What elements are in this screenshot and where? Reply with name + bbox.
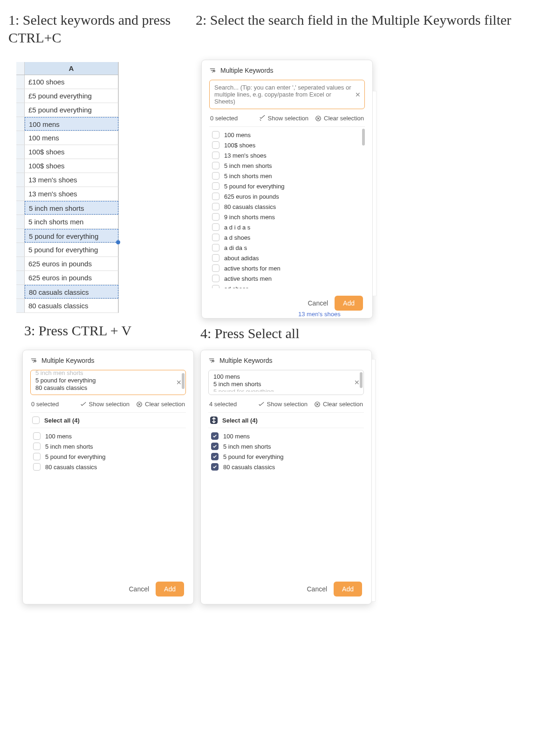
selection-handle[interactable] <box>116 240 120 244</box>
cell[interactable]: 5 inch men shorts <box>25 201 118 215</box>
checkbox[interactable] <box>211 432 219 440</box>
cell[interactable]: 100 mens <box>25 117 118 131</box>
keyword-item[interactable]: 13 men's shoes <box>210 150 364 160</box>
spreadsheet-row[interactable]: 100 mens <box>16 131 118 145</box>
cancel-button[interactable]: Cancel <box>307 585 327 593</box>
keyword-item[interactable]: 100 mens <box>210 130 364 140</box>
checkbox[interactable] <box>211 443 219 450</box>
checkbox[interactable] <box>211 463 219 471</box>
keyword-item[interactable]: 5 inch shorts men <box>210 171 364 181</box>
cancel-button[interactable]: Cancel <box>308 299 328 307</box>
spreadsheet-row[interactable]: 625 euros in pounds <box>16 271 118 285</box>
cell[interactable]: 100$ shoes <box>25 159 118 173</box>
spreadsheet-row[interactable]: 100$ shoes <box>16 159 118 173</box>
spreadsheet-row[interactable]: 13 men's shoes <box>16 187 118 201</box>
checkbox[interactable] <box>212 141 219 149</box>
select-all-checkbox[interactable] <box>32 416 40 424</box>
scrollbar-thumb[interactable] <box>360 372 363 388</box>
row-header[interactable] <box>16 159 25 173</box>
spreadsheet-row[interactable]: 100 mens <box>16 117 118 131</box>
keyword-item[interactable]: 625 euros in pounds <box>210 191 364 201</box>
checkbox[interactable] <box>212 182 219 190</box>
row-header[interactable] <box>16 201 25 215</box>
cell[interactable]: 13 men's shoes <box>25 173 118 187</box>
row-header[interactable] <box>16 243 25 257</box>
cell[interactable]: 80 casuals classics <box>25 285 118 298</box>
row-header[interactable] <box>16 187 25 201</box>
column-header-a[interactable]: A <box>25 62 118 75</box>
select-all-label[interactable]: Select all (4) <box>44 417 80 424</box>
cell[interactable]: 625 euros in pounds <box>25 257 118 270</box>
spreadsheet-row[interactable]: 625 euros in pounds <box>16 257 118 271</box>
checkbox[interactable] <box>212 285 219 288</box>
checkbox[interactable] <box>212 172 219 180</box>
keyword-item[interactable]: 80 casuals classics <box>210 201 364 212</box>
cell[interactable]: 5 pound for everything <box>25 243 118 257</box>
keyword-item[interactable]: 80 casuals classics <box>31 462 185 472</box>
row-header[interactable] <box>16 229 25 243</box>
add-button[interactable]: Add <box>335 296 363 311</box>
cell[interactable]: 5 pound for everything <box>25 229 118 243</box>
row-header[interactable] <box>16 75 25 89</box>
checkbox[interactable] <box>212 244 219 251</box>
checkbox[interactable] <box>212 264 219 272</box>
clear-selection-button[interactable]: Clear selection <box>136 401 185 408</box>
spreadsheet-row[interactable]: 5 inch shorts men <box>16 215 118 229</box>
checkbox[interactable] <box>212 193 219 200</box>
row-header[interactable] <box>16 145 25 159</box>
keyword-item[interactable]: 100$ shoes <box>210 140 364 150</box>
row-header[interactable] <box>16 285 25 298</box>
row-header[interactable] <box>16 117 25 131</box>
cell[interactable]: £5 pound everything <box>25 103 118 117</box>
checkbox[interactable] <box>212 275 219 282</box>
spreadsheet-row[interactable]: 5 pound for everything <box>16 243 118 257</box>
keyword-item[interactable]: 80 casuals classics <box>209 462 363 472</box>
spreadsheet-row[interactable]: £5 pound everything <box>16 103 118 117</box>
row-header[interactable] <box>16 131 25 145</box>
keyword-item[interactable]: 5 pound for everything <box>209 451 363 462</box>
row-header[interactable] <box>16 257 25 270</box>
checkbox[interactable] <box>212 162 219 169</box>
keyword-item[interactable]: active shorts for men <box>210 263 364 273</box>
row-header[interactable] <box>16 215 25 229</box>
row-header[interactable] <box>16 299 25 312</box>
checkbox[interactable] <box>212 203 219 210</box>
keyword-item[interactable]: 5 inch men shorts <box>210 160 364 171</box>
clear-input-icon[interactable]: ✕ <box>176 379 182 386</box>
cell[interactable]: £5 pound everything <box>25 89 118 103</box>
add-button[interactable]: Add <box>156 582 184 596</box>
spreadsheet-row[interactable]: 80 casuals classics <box>16 285 118 299</box>
clear-selection-button[interactable]: Clear selection <box>315 115 364 122</box>
clear-input-icon[interactable]: ✕ <box>354 379 360 386</box>
keyword-item[interactable]: a d i d a s <box>210 222 364 232</box>
checkbox[interactable] <box>212 213 219 221</box>
add-button[interactable]: Add <box>334 582 362 596</box>
checkbox[interactable] <box>33 463 41 471</box>
search-input[interactable]: 100 mens 5 inch men shorts 5 pound for e… <box>208 370 364 395</box>
clear-input-icon[interactable]: ✕ <box>355 91 361 98</box>
keyword-item[interactable]: 5 inch men shorts <box>31 441 185 451</box>
cell[interactable]: 100$ shoes <box>25 145 118 159</box>
checkbox[interactable] <box>212 131 219 139</box>
cell[interactable]: 80 casuals classics <box>25 299 118 312</box>
show-selection-button[interactable]: Show selection <box>258 401 308 408</box>
select-all-checkbox[interactable] <box>210 416 218 424</box>
spreadsheet-row[interactable]: 5 inch men shorts <box>16 201 118 215</box>
keyword-item[interactable]: 5 pound for everything <box>31 451 185 462</box>
spreadsheet-row[interactable]: £100 shoes <box>16 75 118 89</box>
spreadsheet-row[interactable]: 80 casuals classics <box>16 299 118 313</box>
checkbox[interactable] <box>212 152 219 159</box>
keyword-item[interactable]: ad shoes <box>210 284 364 288</box>
keyword-item[interactable]: active shorts men <box>210 273 364 284</box>
show-selection-button[interactable]: Show selection <box>259 115 308 122</box>
keyword-item[interactable]: 100 mens <box>31 431 185 441</box>
clear-selection-button[interactable]: Clear selection <box>314 401 363 408</box>
select-all-label[interactable]: Select all (4) <box>222 417 258 424</box>
search-input[interactable]: 5 inch men shorts 5 pound for everything… <box>30 370 186 395</box>
row-header[interactable] <box>16 103 25 117</box>
checkbox[interactable] <box>33 432 41 440</box>
checkbox[interactable] <box>33 453 41 460</box>
checkbox[interactable] <box>212 223 219 231</box>
keyword-item[interactable]: about adidas <box>210 253 364 263</box>
keyword-item[interactable]: 5 inch men shorts <box>209 441 363 451</box>
